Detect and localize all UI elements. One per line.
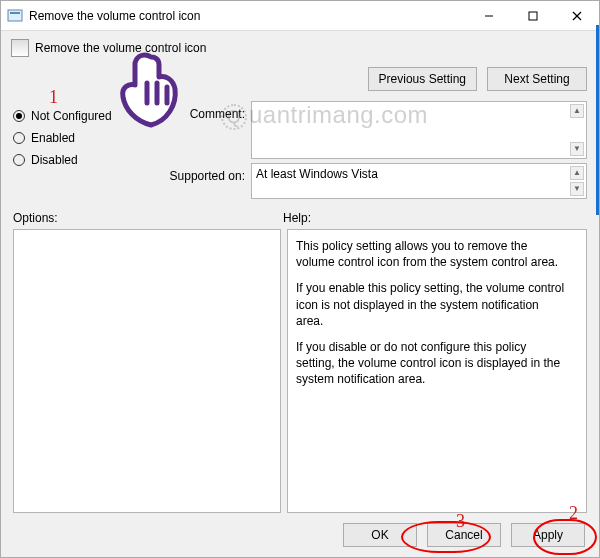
radio-label: Not Configured	[31, 109, 112, 123]
policy-title: Remove the volume control icon	[35, 41, 206, 55]
radio-dot-icon	[13, 110, 25, 122]
supported-on-label: Supported on:	[165, 163, 245, 183]
dialog-footer: OK Cancel Apply	[1, 513, 599, 557]
options-pane	[13, 229, 281, 513]
cancel-button[interactable]: Cancel	[427, 523, 501, 547]
help-label: Help:	[283, 211, 587, 225]
apply-button[interactable]: Apply	[511, 523, 585, 547]
supported-scrollbar[interactable]: ▲ ▼	[570, 166, 584, 196]
supported-on-field: At least Windows Vista ▲ ▼	[251, 163, 587, 199]
app-icon	[1, 8, 29, 24]
policy-editor-window: Remove the volume control icon Remove th…	[0, 0, 600, 558]
ok-button[interactable]: OK	[343, 523, 417, 547]
comment-field[interactable]: ▲ ▼	[251, 101, 587, 159]
supported-on-value: At least Windows Vista	[256, 167, 378, 181]
scroll-up-icon[interactable]: ▲	[570, 166, 584, 180]
help-pane: This policy setting allows you to remove…	[287, 229, 587, 513]
radio-label: Disabled	[31, 153, 78, 167]
maximize-button[interactable]	[511, 1, 555, 31]
window-title: Remove the volume control icon	[29, 9, 467, 23]
svg-rect-0	[8, 10, 22, 21]
policy-icon	[11, 39, 29, 57]
help-paragraph: This policy setting allows you to remove…	[296, 238, 568, 270]
radio-empty-icon	[13, 132, 25, 144]
config-section: Not Configured Enabled Disabled Comment:…	[1, 101, 599, 205]
next-setting-button[interactable]: Next Setting	[487, 67, 587, 91]
right-edge-strip	[596, 25, 599, 215]
previous-setting-button[interactable]: Previous Setting	[368, 67, 477, 91]
state-radio-group: Not Configured Enabled Disabled	[13, 101, 153, 199]
help-paragraph: If you disable or do not configure this …	[296, 339, 568, 388]
comment-label: Comment:	[165, 101, 245, 121]
help-paragraph: If you enable this policy setting, the v…	[296, 280, 568, 329]
comment-scrollbar[interactable]: ▲ ▼	[570, 104, 584, 156]
title-bar: Remove the volume control icon	[1, 1, 599, 31]
svg-rect-3	[529, 12, 537, 20]
radio-disabled[interactable]: Disabled	[13, 149, 153, 171]
radio-label: Enabled	[31, 131, 75, 145]
scroll-down-icon[interactable]: ▼	[570, 182, 584, 196]
radio-empty-icon	[13, 154, 25, 166]
scroll-down-icon[interactable]: ▼	[570, 142, 584, 156]
panes-row: This policy setting allows you to remove…	[1, 229, 599, 513]
svg-rect-1	[10, 12, 20, 14]
options-label: Options:	[13, 211, 283, 225]
scroll-up-icon[interactable]: ▲	[570, 104, 584, 118]
radio-not-configured[interactable]: Not Configured	[13, 105, 153, 127]
meta-column: Comment: ▲ ▼ Supported on: At least Wind…	[165, 101, 587, 199]
policy-header: Remove the volume control icon	[1, 31, 599, 63]
nav-buttons: Previous Setting Next Setting	[1, 63, 599, 101]
minimize-button[interactable]	[467, 1, 511, 31]
radio-enabled[interactable]: Enabled	[13, 127, 153, 149]
pane-labels: Options: Help:	[1, 205, 599, 229]
close-button[interactable]	[555, 1, 599, 31]
